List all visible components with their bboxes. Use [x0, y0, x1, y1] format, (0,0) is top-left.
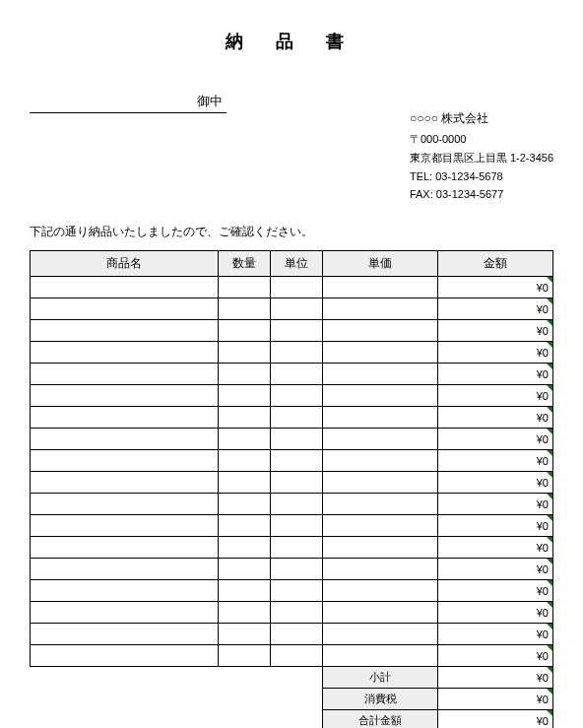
cell-price[interactable] — [323, 407, 438, 429]
cell-amount: ¥0 — [438, 429, 553, 450]
cell-qty[interactable] — [219, 515, 271, 537]
subtotal-label: 小計 — [323, 667, 438, 689]
cell-qty[interactable] — [219, 277, 271, 298]
cell-name[interactable] — [31, 429, 219, 450]
table-row: ¥0 — [31, 515, 553, 537]
cell-name[interactable] — [31, 320, 219, 342]
cell-unit[interactable] — [271, 364, 323, 385]
table-row: ¥0 — [31, 450, 553, 472]
cell-unit[interactable] — [271, 537, 323, 559]
cell-qty[interactable] — [219, 602, 271, 624]
cell-qty[interactable] — [219, 537, 271, 559]
cell-amount: ¥0 — [438, 407, 553, 429]
cell-name[interactable] — [31, 645, 219, 667]
table-row: ¥0 — [31, 364, 553, 385]
cell-name[interactable] — [31, 494, 219, 515]
cell-price[interactable] — [323, 277, 438, 298]
cell-name[interactable] — [31, 580, 219, 602]
cell-amount: ¥0 — [438, 624, 553, 645]
cell-qty[interactable] — [219, 624, 271, 645]
company-info: ○○○○ 株式会社 〒000-0000 東京都目黒区上目黒 1-2-3456 T… — [410, 83, 553, 204]
cell-unit[interactable] — [271, 320, 323, 342]
company-tel: TEL: 03-1234-5678 — [410, 167, 553, 186]
cell-qty[interactable] — [219, 559, 271, 580]
cell-qty[interactable] — [219, 364, 271, 385]
cell-unit[interactable] — [271, 298, 323, 320]
cell-qty[interactable] — [219, 645, 271, 667]
cell-unit[interactable] — [271, 602, 323, 624]
cell-amount: ¥0 — [438, 494, 553, 515]
cell-price[interactable] — [323, 450, 438, 472]
document-title: 納 品 書 — [30, 30, 553, 53]
cell-qty[interactable] — [219, 580, 271, 602]
company-postal: 〒000-0000 — [410, 130, 553, 149]
cell-qty[interactable] — [219, 407, 271, 429]
cell-amount: ¥0 — [438, 602, 553, 624]
cell-price[interactable] — [323, 624, 438, 645]
cell-price[interactable] — [323, 580, 438, 602]
cell-qty[interactable] — [219, 385, 271, 407]
cell-name[interactable] — [31, 364, 219, 385]
cell-unit[interactable] — [271, 494, 323, 515]
cell-qty[interactable] — [219, 472, 271, 494]
cell-qty[interactable] — [219, 429, 271, 450]
cell-price[interactable] — [323, 472, 438, 494]
cell-unit[interactable] — [271, 277, 323, 298]
cell-name[interactable] — [31, 472, 219, 494]
header-name: 商品名 — [31, 251, 219, 277]
cell-unit[interactable] — [271, 429, 323, 450]
cell-price[interactable] — [323, 320, 438, 342]
cell-amount: ¥0 — [438, 364, 553, 385]
cell-price[interactable] — [323, 494, 438, 515]
cell-price[interactable] — [323, 429, 438, 450]
cell-name[interactable] — [31, 385, 219, 407]
cell-unit[interactable] — [271, 624, 323, 645]
cell-price[interactable] — [323, 537, 438, 559]
cell-unit[interactable] — [271, 645, 323, 667]
cell-name[interactable] — [31, 277, 219, 298]
cell-qty[interactable] — [219, 494, 271, 515]
cell-unit[interactable] — [271, 385, 323, 407]
cell-price[interactable] — [323, 515, 438, 537]
cell-qty[interactable] — [219, 342, 271, 364]
cell-price[interactable] — [323, 559, 438, 580]
company-fax: FAX: 03-1234-5677 — [410, 185, 553, 204]
table-row: ¥0 — [31, 385, 553, 407]
cell-qty[interactable] — [219, 320, 271, 342]
cell-unit[interactable] — [271, 472, 323, 494]
table-row: ¥0 — [31, 494, 553, 515]
cell-name[interactable] — [31, 537, 219, 559]
cell-unit[interactable] — [271, 450, 323, 472]
table-row: ¥0 — [31, 537, 553, 559]
cell-unit[interactable] — [271, 342, 323, 364]
cell-amount: ¥0 — [438, 515, 553, 537]
cell-name[interactable] — [31, 407, 219, 429]
cell-price[interactable] — [323, 602, 438, 624]
cell-name[interactable] — [31, 559, 219, 580]
tax-label: 消費税 — [323, 689, 438, 710]
cell-name[interactable] — [31, 624, 219, 645]
table-header-row: 商品名 数量 単位 単価 金額 — [31, 251, 553, 277]
cell-qty[interactable] — [219, 450, 271, 472]
header-unit: 単位 — [271, 251, 323, 277]
cell-qty[interactable] — [219, 298, 271, 320]
table-row: ¥0 — [31, 298, 553, 320]
cell-unit[interactable] — [271, 559, 323, 580]
cell-amount: ¥0 — [438, 298, 553, 320]
cell-unit[interactable] — [271, 580, 323, 602]
header-qty: 数量 — [219, 251, 271, 277]
cell-name[interactable] — [31, 298, 219, 320]
cell-price[interactable] — [323, 364, 438, 385]
cell-price[interactable] — [323, 385, 438, 407]
cell-price[interactable] — [323, 645, 438, 667]
table-row: ¥0 — [31, 602, 553, 624]
cell-unit[interactable] — [271, 407, 323, 429]
cell-price[interactable] — [323, 342, 438, 364]
cell-name[interactable] — [31, 515, 219, 537]
cell-amount: ¥0 — [438, 342, 553, 364]
cell-price[interactable] — [323, 298, 438, 320]
cell-name[interactable] — [31, 602, 219, 624]
cell-name[interactable] — [31, 450, 219, 472]
cell-unit[interactable] — [271, 515, 323, 537]
cell-name[interactable] — [31, 342, 219, 364]
